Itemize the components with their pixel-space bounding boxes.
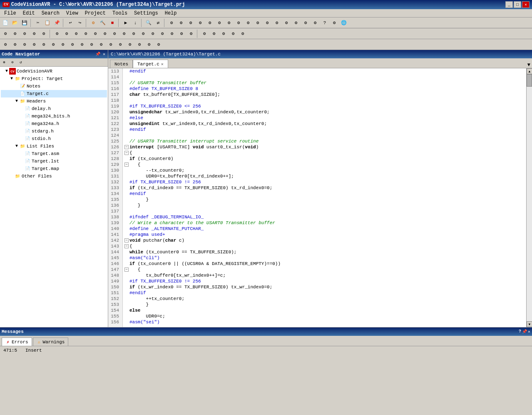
tb2-6[interactable]: ⚙ [52, 29, 62, 38]
tb3-14[interactable]: ⚙ [125, 40, 134, 49]
tb2-24[interactable]: ⚙ [229, 29, 238, 38]
maximize-button[interactable]: □ [514, 1, 521, 8]
fold-marker[interactable]: − [124, 268, 129, 272]
tb-stop[interactable]: ■ [108, 18, 117, 28]
tb-debug[interactable]: ▶ [121, 18, 130, 28]
fold-marker[interactable]: − [124, 151, 129, 155]
tb-misc14[interactable]: ⚙ [291, 18, 301, 28]
tb2-2[interactable]: ⚙ [10, 29, 20, 38]
nav-pin-button[interactable]: 📌 [94, 52, 101, 57]
tb-misc12[interactable]: ⚙ [272, 18, 281, 28]
tb2-13[interactable]: ⚙ [119, 29, 129, 38]
tb3-10[interactable]: ⚙ [87, 40, 96, 49]
tb-misc8[interactable]: ⚙ [234, 18, 243, 28]
vertical-scrollbar[interactable]: ▲ ▼ [526, 68, 532, 327]
tb-misc17[interactable]: ? [320, 18, 329, 28]
tb-misc18[interactable]: ⚙ [330, 18, 339, 28]
tree-item-headers[interactable]: ▼ 📁 Headers [1, 98, 107, 105]
tb2-20[interactable]: ⚙ [186, 29, 196, 38]
code-editor[interactable]: 1131141151161171181191201211221231241251… [108, 68, 532, 327]
tb3-7[interactable]: ⚙ [58, 40, 67, 49]
tb-misc15[interactable]: ⚙ [301, 18, 310, 28]
tb3-12[interactable]: ⚙ [106, 40, 115, 49]
code-lines[interactable]: #endif // USART0 Transmitter buffer#defi… [123, 68, 526, 327]
tb2-1[interactable]: ⚙ [1, 29, 10, 38]
tb-misc19[interactable]: 🌐 [339, 18, 348, 28]
scroll-down-button[interactable]: ▼ [527, 321, 532, 327]
messages-help-icon[interactable]: ? [519, 329, 521, 334]
tb-undo[interactable]: ↩ [66, 18, 75, 28]
tb2-23[interactable]: ⚙ [219, 29, 228, 38]
tb-misc3[interactable]: ⚙ [186, 18, 195, 28]
tb-open[interactable]: 📂 [10, 18, 20, 28]
close-button[interactable]: ✕ [522, 1, 530, 8]
tb-replace[interactable]: ⇄ [154, 18, 163, 28]
nav-close-button[interactable]: ✕ [102, 52, 106, 57]
headers-toggle[interactable]: ▼ [14, 99, 19, 104]
tb2-9[interactable]: ⚙ [81, 29, 90, 38]
menu-view[interactable]: View [63, 10, 82, 17]
tree-item-list-files[interactable]: ▼ 📁 List Files [1, 142, 107, 150]
code-scroll-area[interactable]: 1131141151161171181191201211221231241251… [108, 68, 532, 327]
tb-save[interactable]: 💾 [20, 18, 29, 28]
tb3-4[interactable]: ⚙ [30, 40, 39, 49]
tree-item-delay-h[interactable]: 📄 delay.h [1, 105, 107, 112]
fold-marker[interactable]: − [124, 244, 129, 248]
tb-search[interactable]: 🔍 [144, 18, 153, 28]
tb-build[interactable]: ⚙ [89, 18, 98, 28]
tb-paste[interactable]: 📌 [52, 18, 62, 28]
tb2-7[interactable]: ⚙ [62, 29, 71, 38]
tb2-22[interactable]: ⚙ [209, 29, 219, 38]
nav-tb-3[interactable]: ↺ [17, 59, 25, 66]
project-toggle[interactable]: ▼ [9, 76, 14, 81]
tb3-6[interactable]: ⚙ [49, 40, 58, 49]
menu-settings[interactable]: Settings [131, 10, 162, 17]
menu-search[interactable]: Search [38, 10, 63, 17]
tb3-3[interactable]: ⚙ [20, 40, 29, 49]
tb2-14[interactable]: ⚙ [129, 29, 138, 38]
tree-item-target-asm[interactable]: 📄 Target.asm [1, 150, 107, 158]
tab-target-c[interactable]: Target.c ✕ [133, 60, 168, 68]
minimize-button[interactable]: _ [505, 1, 513, 8]
tree-item-stdio[interactable]: 📄 stdio.h [1, 135, 107, 142]
tree-item-notes[interactable]: 📝 Notes [1, 82, 107, 90]
tb-misc1[interactable]: ⚙ [167, 18, 176, 28]
tree-item-target-map[interactable]: 📄 Target.map [1, 165, 107, 172]
tb-misc2[interactable]: ⚙ [177, 18, 186, 28]
tb2-21[interactable]: ⚙ [200, 29, 209, 38]
tb2-4[interactable]: ⚙ [30, 29, 39, 38]
tb2-25[interactable]: ⚙ [238, 29, 247, 38]
tb2-15[interactable]: ⚙ [139, 29, 148, 38]
menu-project[interactable]: Project [82, 10, 109, 17]
tb3-13[interactable]: ⚙ [116, 40, 125, 49]
menu-help[interactable]: Help [162, 10, 180, 17]
nav-tb-1[interactable]: ⊕ [0, 59, 8, 66]
tb2-16[interactable]: ⚙ [148, 29, 157, 38]
tab-warnings[interactable]: ⚠ Warnings [33, 338, 69, 346]
tb3-9[interactable]: ⚙ [77, 40, 87, 49]
nav-tb-2[interactable]: ⊖ [9, 59, 16, 66]
tab-errors[interactable]: ✗ Errors [2, 338, 32, 346]
tb-cut[interactable]: ✂ [33, 18, 42, 28]
tb-misc9[interactable]: ⚙ [244, 18, 253, 28]
tab-close-button[interactable]: ✕ [161, 62, 164, 67]
tb-copy[interactable]: 📋 [43, 18, 52, 28]
tb-misc6[interactable]: ⚙ [215, 18, 224, 28]
tree-item-cv[interactable]: ▼ CV CodeVisionAVR [1, 68, 107, 75]
tb2-11[interactable]: ⚙ [100, 29, 109, 38]
messages-pin-icon[interactable]: 📌 [522, 329, 527, 334]
tb-misc16[interactable]: ⚙ [311, 18, 320, 28]
fold-marker[interactable]: − [124, 145, 129, 149]
tb-misc10[interactable]: ⚙ [253, 18, 262, 28]
tb-misc5[interactable]: ⚙ [205, 18, 214, 28]
tb-misc13[interactable]: ⚙ [282, 18, 291, 28]
tb3-2[interactable]: ⚙ [10, 40, 20, 49]
tb3-17[interactable]: ⚙ [154, 40, 163, 49]
tb-misc4[interactable]: ⚙ [196, 18, 205, 28]
tree-item-mega324a[interactable]: 📄 mega324a.h [1, 120, 107, 128]
tb2-5[interactable]: ⚙ [39, 29, 48, 38]
tb-step[interactable]: ↓ [131, 18, 140, 28]
tb3-5[interactable]: ⚙ [39, 40, 48, 49]
tb-build-all[interactable]: 🔨 [98, 18, 107, 28]
list-files-toggle[interactable]: ▼ [14, 144, 19, 149]
